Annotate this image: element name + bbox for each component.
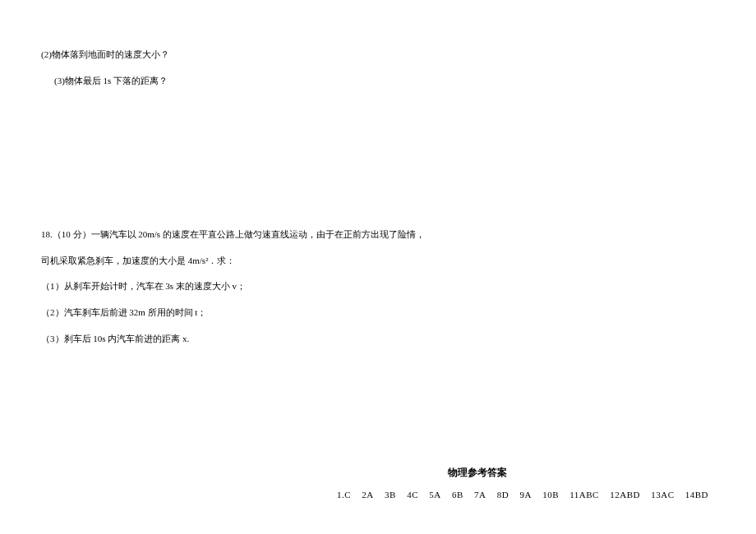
answer-key-item: 12ABD [610, 490, 640, 499]
answer-key-item: 11ABC [569, 490, 599, 499]
question-18-part-2: （2）汽车刹车后前进 32m 所用的时间 t； [41, 306, 715, 320]
answer-key-list: 1.C 2A 3B 4C 5A 6B 7A 8D 9A 10B 11ABC 12… [337, 490, 717, 499]
answer-key-item: 7A [474, 490, 486, 499]
question-18-part-3: （3）刹车后 10s 内汽车前进的距离 x. [41, 332, 715, 347]
answer-key-item: 5A [429, 490, 440, 499]
answer-key-item: 8D [497, 490, 509, 499]
answer-key-item: 10B [542, 490, 559, 499]
answer-key-item: 4C [407, 490, 418, 499]
answer-title: 物理参考答案 [337, 466, 717, 480]
answer-key-item: 1.C [337, 490, 351, 499]
answer-section: 物理参考答案 1.C 2A 3B 4C 5A 6B 7A 8D 9A 10B 1… [337, 466, 717, 499]
question-18-intro-line-1: 18.（10 分）一辆汽车以 20m/s 的速度在平直公路上做匀速直线运动，由于… [41, 228, 715, 242]
answer-key-item: 14BD [685, 490, 708, 499]
spacing-gap [41, 99, 715, 228]
answer-key-item: 2A [362, 490, 373, 499]
answer-key-item: 6B [452, 490, 463, 499]
question-17-part-2: (2)物体落到地面时的速度大小？ [41, 48, 715, 62]
answer-key-item: 9A [519, 490, 531, 499]
answer-key-item: 13AC [651, 490, 674, 499]
question-17-part-3: (3)物体最后 1s 下落的距离？ [41, 74, 715, 89]
answer-key-item: 3B [385, 490, 396, 499]
document-body: (2)物体落到地面时的速度大小？ (3)物体最后 1s 下落的距离？ 18.（1… [0, 0, 756, 346]
question-18-part-1: （1）从刹车开始计时，汽车在 3s 末的速度大小 v； [41, 279, 715, 294]
question-18-intro-line-2: 司机采取紧急刹车，加速度的大小是 4m/s²．求： [41, 254, 715, 269]
